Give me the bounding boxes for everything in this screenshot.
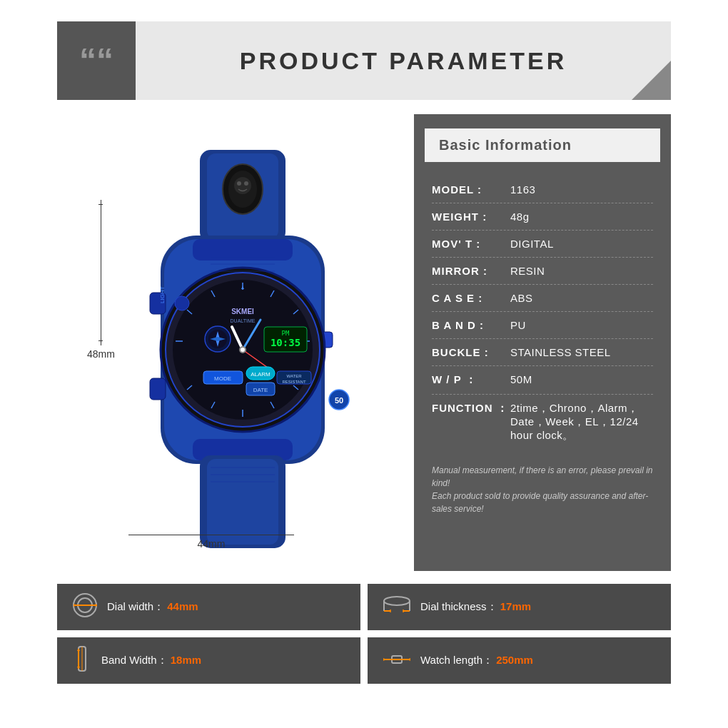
svg-marker-87 (77, 667, 80, 669)
svg-point-38 (241, 348, 245, 352)
value-model: 1163 (510, 183, 535, 196)
svg-point-76 (384, 597, 410, 605)
info-row-buckle: BUCKLE : STAINLESS STEEL (432, 339, 653, 366)
value-movt: DIGITAL (510, 238, 554, 250)
svg-marker-75 (93, 604, 96, 607)
info-row-band: B A N D : PU (432, 312, 653, 339)
svg-rect-12 (150, 378, 166, 400)
corner-decoration (632, 61, 671, 100)
spec-watch-length-text: Watch length： 250mm (420, 654, 533, 667)
label-case: C A S E : (432, 292, 510, 304)
info-row-function: FUNCTION ： 2time，Chrono，Alarm，Date，Week，… (432, 395, 653, 450)
spec-dial-width: Dial width： 44mm (57, 584, 360, 630)
spec-band-width: Band Width： 18mm (57, 637, 360, 684)
info-row-case: C A S E : ABS (432, 285, 653, 312)
label-wp: W / P ： (432, 373, 510, 387)
page-title: PRODUCT PARAMETER (136, 47, 671, 75)
value-mirror: RESIN (510, 265, 545, 277)
spec-dial-thickness: Dial thickness： 17mm (368, 584, 671, 630)
svg-text:LIGHT: LIGHT (159, 286, 166, 303)
quote-box: ““ (57, 21, 136, 100)
svg-point-68 (175, 296, 189, 310)
dial-width-icon (71, 592, 98, 623)
svg-text:ALARM: ALARM (251, 371, 271, 378)
width-label: 44mm (198, 538, 226, 550)
svg-text:▲: ▲ (241, 285, 246, 290)
value-weight: 48g (510, 211, 530, 223)
main-content: 48mm (57, 114, 671, 571)
svg-marker-86 (77, 648, 80, 651)
note-line2: Each product sold to provide quality ass… (432, 490, 653, 515)
svg-marker-91 (408, 658, 410, 661)
label-movt: MOV' T : (432, 238, 510, 250)
svg-text:10:35: 10:35 (271, 337, 300, 348)
svg-text:50: 50 (335, 396, 343, 405)
watch-length-icon (382, 649, 412, 673)
label-model: MODEL : (432, 183, 510, 196)
watch-image: SKMEI DUALTIME PM 10:35 (121, 150, 364, 552)
spec-dial-width-text: Dial width： 44mm (107, 600, 198, 614)
svg-point-4 (234, 177, 251, 194)
value-buckle: STAINLESS STEEL (510, 346, 611, 358)
svg-marker-90 (383, 658, 386, 661)
label-mirror: MIRROR : (432, 265, 510, 277)
value-wp: 50M (510, 373, 532, 385)
watch-area: 48mm (57, 114, 400, 571)
info-note: Manual measurement, if there is an error… (414, 457, 671, 515)
svg-text:PM: PM (282, 330, 290, 337)
quote-icon: ““ (79, 44, 113, 78)
band-width-icon (71, 645, 93, 677)
info-title-bar: Basic Information (425, 128, 660, 162)
info-row-weight: WEIGHT : 48g (432, 203, 653, 231)
spec-dial-thickness-text: Dial thickness： 17mm (420, 600, 531, 614)
basic-info-title: Basic Information (439, 137, 572, 153)
label-buckle: BUCKLE : (432, 346, 510, 358)
label-band: B A N D : (432, 319, 510, 331)
header-section: ““ PRODUCT PARAMETER (57, 21, 671, 100)
note-line1: Manual measurement, if there is an error… (432, 464, 653, 490)
value-case: ABS (510, 292, 533, 304)
svg-text:RESISTANT: RESISTANT (282, 380, 306, 384)
svg-text:DATE: DATE (253, 387, 268, 393)
info-row-wp: W / P ： 50M (432, 366, 653, 395)
value-band: PU (510, 319, 526, 331)
svg-point-6 (244, 181, 248, 186)
info-row-movt: MOV' T : DIGITAL (432, 231, 653, 258)
svg-text:SKMEI: SKMEI (231, 308, 254, 315)
label-weight: WEIGHT : (432, 211, 510, 223)
spec-watch-length: Watch length： 250mm (368, 637, 671, 684)
info-panel: Basic Information MODEL : 1163 WEIGHT : … (414, 114, 671, 571)
svg-rect-61 (207, 459, 278, 545)
value-function: 2time，Chrono，Alarm，Date，Week，EL，12/24 ho… (510, 402, 653, 443)
svg-text:DUALTIME: DUALTIME (231, 318, 256, 323)
spec-band-width-text: Band Width： 18mm (101, 654, 201, 667)
svg-text:WATER: WATER (287, 374, 303, 378)
dial-thickness-icon (382, 595, 412, 620)
svg-point-5 (237, 181, 241, 186)
info-row-model: MODEL : 1163 (432, 176, 653, 203)
svg-text:MODE: MODE (214, 375, 231, 382)
info-table: MODEL : 1163 WEIGHT : 48g MOV' T : DIGIT… (414, 169, 671, 457)
svg-marker-74 (74, 604, 76, 607)
info-row-mirror: MIRROR : RESIN (432, 258, 653, 285)
label-function: FUNCTION ： (432, 402, 510, 415)
specs-section: Dial width： 44mm Dial thickness： 17mm (57, 584, 671, 684)
height-label: 48mm (87, 348, 115, 360)
